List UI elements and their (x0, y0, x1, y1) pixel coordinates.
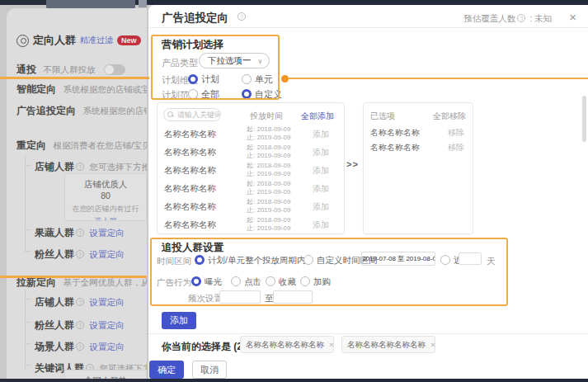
set-targeting-link[interactable]: 设置定向 (89, 320, 124, 330)
sidebar-item-scene-audience[interactable]: 场景人群? 设置定向 (35, 338, 147, 354)
tree-line (25, 289, 26, 370)
shop-quality-audience-card[interactable]: 店铺优质人 80 在您的店铺内有过行 选人群 (64, 173, 147, 221)
selected-row: 名称名称名称 移除 (370, 125, 468, 139)
column-launch-time: 投放时间 (250, 111, 283, 122)
product-type-label: 产品类型 (162, 57, 198, 69)
tree-tick (25, 165, 31, 166)
tag-close-icon[interactable]: × (329, 340, 334, 349)
info-icon: ? (76, 298, 84, 306)
add-link[interactable]: 添加 (313, 129, 329, 140)
info-icon: ? (238, 12, 246, 21)
frequency-min-input[interactable] (219, 290, 261, 304)
set-targeting-link[interactable]: 设置定向 (89, 342, 124, 351)
recent-days-unit: 天 (487, 256, 496, 267)
tag-close-icon[interactable]: × (430, 340, 435, 349)
bottom-strip (0, 379, 588, 382)
radio-icon[interactable] (188, 89, 198, 99)
set-targeting-link[interactable]: 设置定向 (89, 228, 124, 238)
search-icon (167, 111, 173, 117)
set-targeting-link[interactable]: 设置定向 (89, 297, 124, 307)
radio-selected-icon[interactable] (242, 89, 252, 99)
remove-all-link[interactable]: 全部移除 (433, 111, 466, 122)
radio-range-custom[interactable]: 自定义 (242, 88, 282, 101)
add-button[interactable]: 添加 (162, 312, 196, 329)
time-range-label: 时间区间： (157, 256, 200, 267)
info-icon: ? (76, 250, 84, 258)
recent-days-input[interactable] (459, 252, 482, 265)
tree-tick (25, 229, 31, 230)
sidebar-item-shop-audience-2[interactable]: 店铺人群? 设置定向 (35, 294, 147, 309)
radio-behavior-impression[interactable]: 曝光 (191, 276, 222, 288)
sidebar-item-fans-audience-2[interactable]: 粉丝人群? 设置定向 (35, 317, 147, 332)
network-audience-card[interactable]: 全网人群热 6 CTR (64, 370, 147, 379)
selected-title: 已选项 (370, 111, 395, 122)
estimate-value: 未知 (534, 13, 552, 23)
radio-dimension-unit[interactable]: 单元 (242, 73, 273, 86)
sidebar-item-smart-targeting[interactable]: 智能定向 系统根据您的店铺或宝贝为您 (16, 81, 147, 97)
sidebar-item-new-customer[interactable]: 拉新定向 基于全网优质人群，从 (16, 274, 147, 290)
add-link[interactable]: 添加 (313, 183, 329, 195)
info-icon: ? (76, 342, 84, 351)
info-icon: ? (517, 14, 525, 22)
radio-behavior-cart[interactable]: 加购 (300, 276, 331, 288)
remove-link[interactable]: 移除 (448, 142, 464, 153)
radio-selected-icon[interactable] (188, 74, 198, 84)
set-targeting-link[interactable]: 设置定向 (89, 249, 124, 259)
frequency-sep: 至 (265, 293, 274, 304)
selected-row: 名称名称名称 移除 (370, 139, 468, 154)
radio-behavior-click[interactable]: 点击 (231, 276, 261, 288)
plan-row: 名称名称名称 起: 2018-09-09止: 2019-09-09 添加 (164, 143, 339, 161)
radio-selected-icon[interactable] (191, 276, 201, 286)
plan-row: 名称名称名称 起: 2018-09-09止: 2019-09-09 添加 (164, 179, 339, 197)
radio-time-whole-period[interactable]: 计划/单元整个投放周期内 (195, 255, 305, 266)
product-type-dropdown[interactable]: 下拉选项一∨ (199, 53, 270, 68)
tongtou-toggle[interactable] (104, 64, 125, 75)
plan-row: 名称名称名称 起: 2018-09-09止: 2019-09-09 添加 (164, 161, 339, 179)
sidebar-item-shop-audience[interactable]: 店铺人群? 您可选择下方推荐，也 (35, 158, 147, 174)
sidebar-item-retarget[interactable]: 重定向 根据消费者在您店铺/宝贝/内容等 (16, 137, 147, 153)
radio-icon[interactable] (303, 255, 313, 265)
new-badge: New (117, 35, 141, 45)
radio-behavior-favorite[interactable]: 收藏 (266, 276, 296, 288)
retarget-section-title: 追投人群设置 (162, 241, 223, 255)
plan-row: 名称名称名称 起: 2018-09-09止: 2019-09-09 添加 (164, 125, 339, 143)
tree-tick (25, 343, 31, 344)
radio-icon[interactable] (440, 255, 450, 265)
plan-row: 名称名称名称 起: 2018-09-09止: 2019-09-09 添加 (164, 215, 339, 233)
add-all-link[interactable]: 全部添加 (301, 111, 334, 122)
top-fragment (139, 0, 147, 7)
targeting-sidebar: 定向人群 精准过滤 New 通投 不限人群投放 智能定向 系统根据您的店铺或宝贝… (7, 8, 147, 379)
radio-icon[interactable] (300, 276, 310, 286)
tree-tick (25, 365, 31, 365)
radio-icon[interactable] (231, 276, 241, 286)
app-root: 定向人群 精准过滤 New 通投 不限人群投放 智能定向 系统根据您的店铺或宝贝… (0, 0, 588, 382)
transfer-arrow-icon: >> (346, 159, 359, 169)
cancel-button[interactable]: 取消 (192, 361, 227, 379)
estimate-coverage: 预估覆盖人数? : 未知 (463, 13, 552, 25)
remove-link[interactable]: 移除 (448, 127, 464, 139)
sidebar-item-fans-audience[interactable]: 粉丝人群? 设置定向 (35, 246, 147, 262)
modal-scrollbar[interactable] (582, 96, 586, 142)
add-link[interactable]: 添加 (313, 147, 329, 158)
selection-tag: 名称名称名称名称名称× (240, 336, 334, 353)
radio-icon[interactable] (266, 276, 275, 286)
add-link[interactable]: 添加 (313, 201, 329, 213)
precise-filter-link[interactable]: 精准过滤 (80, 35, 113, 46)
radio-selected-icon[interactable] (195, 255, 205, 265)
sidebar-item-guodao-audience[interactable]: 果蔬人群? 设置定向 (35, 224, 147, 240)
add-link[interactable]: 添加 (313, 219, 329, 231)
radio-icon[interactable] (242, 74, 252, 84)
frequency-max-input[interactable] (273, 290, 313, 304)
info-icon: ? (76, 321, 84, 329)
date-range-input[interactable]: 2019-07-08 至 2019-08-07 (361, 252, 435, 266)
selected-list-panel: 已选项 全部移除 名称名称名称 移除 名称名称名称 移除 (363, 102, 473, 234)
sidebar-item-ad-retarget[interactable]: 广告追投定向 系统根据您的店铺或宝贝 (16, 102, 147, 118)
radio-range-all[interactable]: 全部 (188, 88, 219, 101)
confirm-button[interactable]: 确定 (149, 361, 184, 379)
plan-list-panel: 请输入关键词 投放时间 全部添加 名称名称名称 起: 2018-09-09止: … (157, 102, 345, 234)
add-link[interactable]: 添加 (313, 165, 329, 177)
sidebar-item-tongtou: 通投 不限人群投放 (16, 61, 147, 77)
modal-title: 广告追投定向 (162, 11, 228, 26)
close-icon[interactable]: × (569, 10, 576, 24)
radio-dimension-plan[interactable]: 计划 (188, 73, 219, 86)
